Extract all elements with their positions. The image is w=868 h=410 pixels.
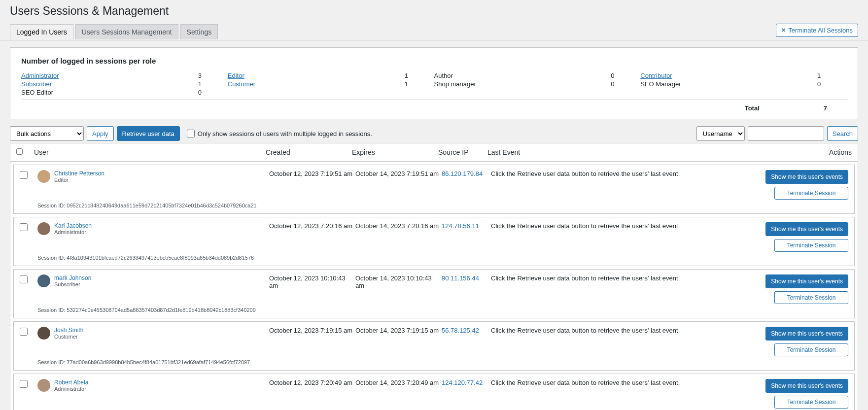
session-source-ip[interactable]: 124.78.56.11 — [442, 222, 491, 230]
session-source-ip[interactable]: 56.78.125.42 — [442, 327, 491, 334]
session-last-event: Click the Retrieve user data button to r… — [491, 222, 765, 230]
session-expires: October 14, 2023 7:20:16 am — [355, 222, 442, 230]
tab-settings[interactable]: Settings — [180, 24, 218, 39]
show-user-events-button[interactable]: Show me this user's events — [765, 222, 848, 236]
col-header-expires[interactable]: Expires — [352, 148, 438, 156]
search-input[interactable] — [748, 126, 824, 141]
session-id-label: Session ID: 532274c0e455308704ad5a883574… — [14, 305, 854, 318]
role-link-customer[interactable]: Customer — [228, 80, 405, 88]
session-row: Robert Abela Administrator October 12, 2… — [13, 374, 855, 410]
session-created: October 12, 2023 10:10:43 am — [269, 274, 355, 289]
session-source-ip[interactable]: 124.120.77.42 — [442, 379, 491, 386]
session-source-ip[interactable]: 90.11.156.44 — [442, 274, 491, 282]
roles-grid: Administrator3Editor1Author0Contributor1… — [21, 72, 847, 99]
role-count: 1 — [405, 80, 434, 88]
role-link-seo-editor: SEO Editor — [21, 89, 198, 96]
user-name-link[interactable]: Josh Smith — [54, 327, 83, 334]
session-expires: October 14, 2023 7:20:49 am — [355, 379, 442, 386]
session-id-label: Session ID: 77ad00a6b963d9998b84b5bec4f8… — [14, 357, 854, 370]
role-link-contributor[interactable]: Contributor — [640, 72, 817, 79]
session-expires: October 14, 2023 7:19:15 am — [355, 327, 442, 334]
session-created: October 12, 2023 7:19:15 am — [269, 327, 355, 334]
user-name-link[interactable]: Robert Abela — [54, 379, 88, 386]
session-id-label: Session ID: 0952c21c848240649daa611e59d7… — [14, 201, 854, 213]
terminate-session-button[interactable]: Terminate Session — [774, 291, 848, 304]
tabs: Logged In Users Users Sessions Managemen… — [10, 24, 220, 39]
avatar — [37, 274, 50, 287]
search-by-select[interactable]: Username — [696, 126, 745, 141]
col-header-actions: Actions — [773, 148, 852, 156]
role-link-administrator[interactable]: Administrator — [21, 72, 198, 79]
role-count: 0 — [198, 89, 228, 96]
bulk-actions-select[interactable]: Bulk actions — [10, 126, 84, 141]
terminate-session-button[interactable]: Terminate Session — [774, 343, 848, 356]
row-select-checkbox[interactable] — [20, 275, 28, 283]
terminate-all-label: Terminate All Sessions — [788, 27, 853, 34]
toolbar: Bulk actions Apply Retrieve user data On… — [10, 126, 858, 141]
show-user-events-button[interactable]: Show me this user's events — [765, 170, 848, 184]
session-row: mark Johnson Subscriber October 12, 2023… — [13, 269, 855, 318]
session-created: October 12, 2023 7:19:51 am — [269, 170, 355, 177]
apply-button[interactable]: Apply — [87, 126, 114, 141]
role-count: 0 — [611, 72, 640, 79]
filter-multiple-sessions-checkbox[interactable] — [187, 130, 195, 137]
role-link-subscriber[interactable]: Subscriber — [21, 80, 198, 88]
session-created: October 12, 2023 7:20:16 am — [269, 222, 355, 230]
row-select-checkbox[interactable] — [20, 223, 28, 231]
col-header-last-event[interactable]: Last Event — [487, 148, 773, 156]
user-role-label: Administrator — [54, 386, 88, 392]
terminate-session-button[interactable]: Terminate Session — [774, 396, 848, 409]
session-created: October 12, 2023 7:20:49 am — [269, 379, 355, 386]
tab-users-sessions-management[interactable]: Users Sessions Management — [75, 24, 178, 39]
sessions-table: User Created Expires Source IP Last Even… — [10, 143, 858, 410]
role-count: 1 — [405, 72, 434, 79]
retrieve-user-data-button[interactable]: Retrieve user data — [117, 126, 180, 141]
avatar — [37, 379, 50, 392]
close-icon: ✕ — [781, 27, 786, 34]
row-select-checkbox[interactable] — [20, 380, 28, 388]
col-header-user[interactable]: User — [34, 148, 266, 156]
user-role-label: Subscriber — [54, 281, 91, 287]
tabs-row: Logged In Users Users Sessions Managemen… — [0, 24, 868, 40]
user-name-link[interactable]: Karl Jacobsen — [54, 222, 92, 229]
session-last-event: Click the Retrieve user data button to r… — [491, 170, 765, 177]
role-count: 0 — [817, 80, 847, 88]
user-name-link[interactable]: mark Johnson — [54, 274, 91, 281]
col-header-created[interactable]: Created — [266, 148, 352, 156]
avatar — [37, 170, 50, 183]
avatar — [37, 222, 50, 235]
session-last-event: Click the Retrieve user data button to r… — [491, 327, 765, 334]
session-row: Josh Smith Customer October 12, 2023 7:1… — [13, 321, 855, 371]
session-source-ip[interactable]: 86.120.179.84 — [442, 170, 491, 177]
show-user-events-button[interactable]: Show me this user's events — [765, 379, 848, 393]
user-name-link[interactable]: Christine Petterson — [54, 170, 104, 177]
filter-multiple-sessions-label[interactable]: Only show sessions of users with multipl… — [187, 130, 372, 137]
session-expires: October 14, 2023 7:19:51 am — [355, 170, 442, 177]
row-select-checkbox[interactable] — [20, 328, 28, 336]
search-button[interactable]: Search — [827, 126, 858, 141]
role-link-editor[interactable]: Editor — [228, 72, 405, 79]
roles-summary-box: Number of logged in sessions per role Ad… — [10, 47, 858, 119]
select-all-checkbox[interactable] — [16, 148, 23, 155]
page-title: Users Sessions & Management — [0, 0, 868, 24]
user-role-label: Editor — [54, 177, 104, 183]
total-value: 7 — [824, 104, 827, 112]
show-user-events-button[interactable]: Show me this user's events — [765, 274, 848, 288]
tab-logged-in-users[interactable]: Logged In Users — [10, 24, 73, 40]
session-row: Karl Jacobsen Administrator October 12, … — [13, 217, 855, 266]
row-select-checkbox[interactable] — [20, 171, 28, 179]
roles-summary-title: Number of logged in sessions per role — [21, 57, 847, 65]
terminate-session-button[interactable]: Terminate Session — [774, 239, 848, 252]
role-count: 1 — [817, 72, 847, 79]
col-header-source-ip[interactable]: Source IP — [438, 148, 487, 156]
user-role-label: Customer — [54, 334, 83, 340]
show-user-events-button[interactable]: Show me this user's events — [765, 327, 848, 341]
table-header: User Created Expires Source IP Last Even… — [10, 143, 858, 162]
roles-total-row: Total 7 — [21, 99, 847, 112]
terminate-session-button[interactable]: Terminate Session — [774, 187, 848, 200]
session-row: Christine Petterson Editor October 12, 2… — [13, 165, 855, 214]
session-id-label: Session ID: 4f8a10943101bfcaed72c2633497… — [14, 253, 854, 266]
terminate-all-sessions-button[interactable]: ✕ Terminate All Sessions — [776, 24, 858, 37]
avatar — [37, 327, 50, 340]
role-link-shop-manager: Shop manager — [434, 80, 611, 88]
